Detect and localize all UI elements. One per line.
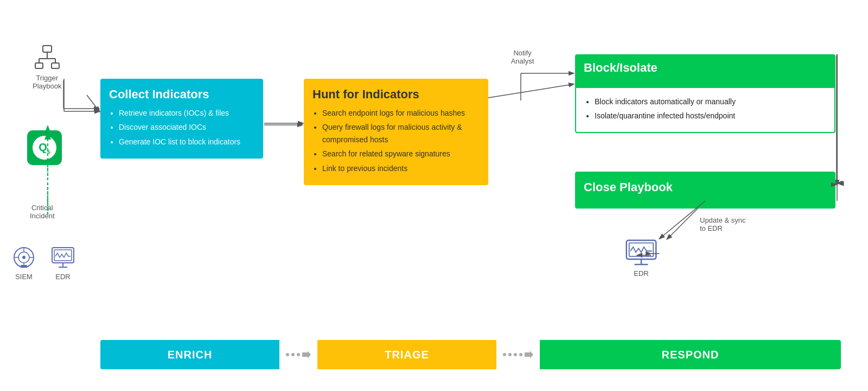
edr-right-label: EDR <box>634 269 648 278</box>
hunt-title: Hunt for Indicators <box>312 87 480 102</box>
bar-enrich: ENRICH <box>100 340 279 369</box>
collect-bullet-1: Retrieve indicators (IOCs) & files <box>119 107 254 119</box>
qradar-box: Qs <box>27 130 62 165</box>
bar-respond: RESPOND <box>540 340 841 369</box>
edr-left-label: EDR <box>55 273 70 281</box>
notify-analyst-label: Notify Analyst <box>498 49 547 65</box>
dots-arrow1 <box>302 350 311 359</box>
dots-triage-respond <box>496 350 540 359</box>
svg-rect-30 <box>21 265 27 268</box>
svg-rect-16 <box>43 46 52 52</box>
collect-bullets: Retrieve indicators (IOCs) & files Disco… <box>109 107 254 148</box>
close-pb-title: Close Playbook <box>584 180 827 194</box>
block-bullets: Block indicators automatically or manual… <box>585 96 826 122</box>
block-bullet-1: Block indicators automatically or manual… <box>595 96 826 108</box>
svg-rect-17 <box>35 63 43 68</box>
trigger-area: Trigger Playbook <box>33 43 61 90</box>
bottom-bar: ENRICH TRIAGE RESPOND <box>100 340 841 369</box>
svg-point-25 <box>22 256 25 259</box>
main-canvas: Trigger Playbook Qs Critical Incident SI <box>0 0 868 391</box>
dot3 <box>297 353 300 356</box>
dot7 <box>519 353 522 356</box>
dot4 <box>503 353 506 356</box>
svg-line-6 <box>488 84 573 98</box>
edr-right-area: EDR <box>624 239 659 278</box>
collect-box: Collect Indicators Retrieve indicators (… <box>100 79 263 159</box>
bar-triage: TRIAGE <box>317 340 496 369</box>
svg-rect-18 <box>52 63 59 68</box>
hunt-bullet-3: Search for related spyware signatures <box>322 148 480 160</box>
qradar-area: Qs <box>27 130 62 165</box>
qradar-inner: Qs <box>33 136 56 160</box>
trigger-label: Trigger Playbook <box>33 74 61 90</box>
dots-enrich-triage <box>279 350 317 359</box>
dot1 <box>286 353 289 356</box>
hunt-bullet-1: Search endpoint logs for malicious hashe… <box>322 107 480 119</box>
hunt-bullets: Search endpoint logs for malicious hashe… <box>312 107 480 174</box>
hunt-bullet-4: Link to previous incidents <box>322 162 480 174</box>
dot6 <box>514 353 517 356</box>
dot2 <box>291 353 295 356</box>
edr-left-item: EDR <box>50 244 76 281</box>
siem-label: SIEM <box>15 273 33 281</box>
svg-line-0 <box>87 95 99 111</box>
block-isolate-box: Block/Isolate Block indicators automatic… <box>575 54 835 133</box>
sources-area: SIEM EDR <box>11 244 76 281</box>
svg-marker-40 <box>525 351 533 358</box>
block-title: Block/Isolate <box>584 61 827 75</box>
block-header: Block/Isolate <box>575 54 835 87</box>
hunt-bullet-2: Query firewall logs for malicious activi… <box>322 121 480 146</box>
update-sync-label: Update & sync to EDR <box>700 216 797 232</box>
collect-bullet-2: Discover associated IOCs <box>119 121 254 133</box>
edr-left-icon <box>50 244 76 270</box>
qradar-letter: Qs <box>39 141 50 155</box>
svg-marker-39 <box>302 351 311 358</box>
siem-icon <box>11 244 37 270</box>
hunt-box: Hunt for Indicators Search endpoint logs… <box>304 79 488 185</box>
block-bullet-2: Isolate/quarantine infected hosts/endpoi… <box>595 110 826 122</box>
critical-incident-label: Critical Incident <box>30 204 55 220</box>
block-body: Block indicators automatically or manual… <box>575 87 835 133</box>
edr-right-icon <box>624 239 659 267</box>
trigger-icon <box>33 43 61 72</box>
collect-title: Collect Indicators <box>109 87 254 102</box>
collect-bullet-3: Generate IOC list to block indicators <box>119 136 254 148</box>
dots-arrow2 <box>525 350 533 359</box>
svg-rect-36 <box>629 243 654 256</box>
close-playbook-box: Close Playbook <box>575 172 835 209</box>
siem-item: SIEM <box>11 244 37 281</box>
dot5 <box>508 353 512 356</box>
